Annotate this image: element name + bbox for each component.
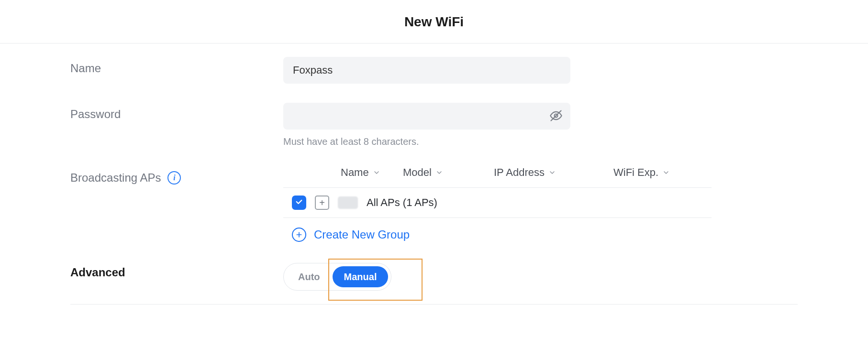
eye-off-icon xyxy=(549,109,563,124)
plus-icon: + xyxy=(319,198,325,207)
column-header-ip-label: IP Address xyxy=(494,166,545,179)
create-new-group-button[interactable]: Create New Group xyxy=(283,218,712,242)
row-advanced: Advanced Auto Manual xyxy=(70,261,798,304)
column-header-model[interactable]: Model xyxy=(403,166,494,179)
advanced-label: Advanced xyxy=(70,261,283,279)
row-broadcasting-aps: Broadcasting APs i Name Model xyxy=(70,166,798,242)
plus-circle-icon xyxy=(292,228,306,242)
advanced-mode-toggle: Auto Manual xyxy=(283,263,391,291)
advanced-manual-button[interactable]: Manual xyxy=(333,266,389,287)
page-header: New WiFi xyxy=(0,0,868,44)
ap-thumbnail xyxy=(338,196,358,209)
aps-label: Broadcasting APs xyxy=(70,171,161,185)
wifi-form: Name Password Must have xyxy=(70,44,798,304)
info-icon[interactable]: i xyxy=(167,171,181,185)
password-label: Password xyxy=(70,103,283,121)
ap-row-label: All APs (1 APs) xyxy=(367,196,437,209)
aps-label-col: Broadcasting APs i xyxy=(70,166,283,185)
column-header-model-label: Model xyxy=(403,166,432,179)
advanced-auto-button[interactable]: Auto xyxy=(287,266,332,287)
column-header-wifi-exp[interactable]: WiFi Exp. xyxy=(613,166,700,179)
table-row: + All APs (1 APs) xyxy=(283,188,712,218)
advanced-mode-toggle-wrap: Auto Manual xyxy=(283,261,391,291)
chevron-down-icon xyxy=(662,169,670,176)
row-password: Password Must have at least 8 characters… xyxy=(70,103,798,147)
aps-table: Name Model IP Address xyxy=(283,166,712,242)
create-new-group-label: Create New Group xyxy=(314,228,410,241)
chevron-down-icon xyxy=(548,169,556,176)
password-helper: Must have at least 8 characters. xyxy=(283,136,798,147)
aps-table-header: Name Model IP Address xyxy=(283,166,712,188)
column-header-name[interactable]: Name xyxy=(283,166,403,179)
password-input[interactable] xyxy=(283,103,570,130)
column-header-name-label: Name xyxy=(341,166,369,179)
row-name: Name xyxy=(70,57,798,84)
chevron-down-icon xyxy=(373,169,380,176)
column-header-ip[interactable]: IP Address xyxy=(494,166,613,179)
page-title: New WiFi xyxy=(0,14,868,30)
column-header-exp-label: WiFi Exp. xyxy=(613,166,658,179)
toggle-password-visibility-button[interactable] xyxy=(548,109,564,124)
name-input[interactable] xyxy=(283,57,570,84)
expand-group-button[interactable]: + xyxy=(315,196,329,210)
select-all-aps-checkbox[interactable] xyxy=(292,196,306,210)
check-icon xyxy=(295,197,303,208)
chevron-down-icon xyxy=(435,169,443,176)
name-label: Name xyxy=(70,57,283,75)
